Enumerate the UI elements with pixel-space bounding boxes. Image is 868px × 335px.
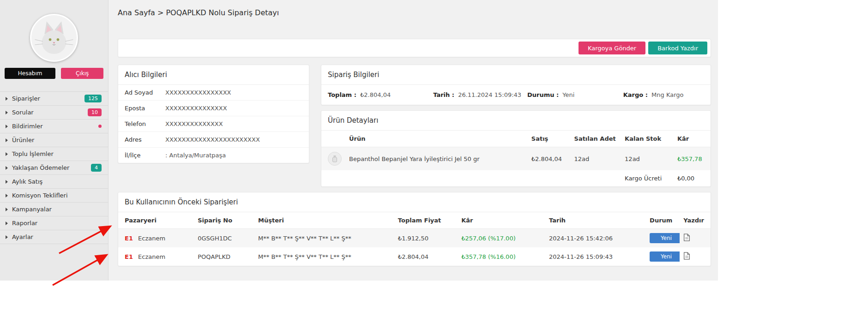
sidebar-item-yaklasan-odemeler[interactable]: Yaklaşan Ödemeler 4 [0, 161, 108, 175]
buyer-info-row: İl/İlçe : Antalya/Muratpaşa [118, 148, 309, 163]
logout-button[interactable]: Çıkış [61, 68, 103, 79]
previous-orders-header: Pazaryeri Sipariş No Müşteri Toplam Fiya… [118, 212, 711, 229]
sidebar-item-label: Kampanyalar [12, 206, 52, 213]
sidebar-item-label: Ayarlar [12, 233, 33, 240]
sidebar-item-siparisler[interactable]: Siparişler 125 [0, 92, 108, 106]
chevron-right-icon [6, 208, 8, 211]
field-label: Toplam : [328, 91, 356, 98]
column-header-pazaryeri: Pazaryeri [118, 212, 194, 229]
date-cell: 2024-11-26 15:42:06 [545, 229, 646, 248]
print-button[interactable] [683, 233, 690, 241]
breadcrumb-current: POQAPLKD Nolu Sipariş Detayı [166, 8, 279, 17]
field-label: İl/İlçe [125, 152, 165, 159]
sidebar-item-urunler[interactable]: Ürünler [0, 133, 108, 147]
product-table: Ürün Satış Satılan Adet Kalan Stok Kâr [321, 131, 711, 186]
print-barcode-button[interactable]: Barkod Yazdır [648, 42, 707, 54]
notification-dot [98, 125, 102, 128]
order-info-title: Sipariş Bilgileri [321, 65, 711, 85]
sidebar-menu: Siparişler 125 Sorular 10 Bildirimler Ür… [0, 91, 108, 244]
column-header-satis: Satış [528, 131, 571, 147]
sidebar-item-label: Yaklaşan Ödemeler [12, 164, 69, 171]
product-tube-icon [332, 155, 338, 162]
field-label: Eposta [125, 105, 165, 112]
account-button[interactable]: Hesabım [5, 68, 55, 79]
order-cargo-field: Kargo : Mng Kargo [623, 91, 704, 98]
column-header-urun: Ürün [321, 131, 528, 147]
column-header-musteri: Müşteri [254, 212, 394, 229]
chevron-right-icon [6, 235, 8, 239]
product-details-card: Ürün Detayları Ürün Satış Satılan Adet K… [321, 110, 711, 187]
product-profit-cell: ₺357,78 [674, 147, 711, 171]
sidebar-item-toplu-islemler[interactable]: Toplu İşlemler [0, 147, 108, 161]
column-header-satilan-adet: Satılan Adet [571, 131, 621, 147]
chevron-right-icon [6, 180, 8, 184]
field-label: Telefon [125, 120, 165, 127]
field-value: XXXXXXXXXXXXXXXX [165, 89, 231, 96]
main-content: Ana Sayfa > POQAPLKD Nolu Sipariş Detayı… [108, 0, 718, 281]
print-cell [680, 229, 711, 248]
column-header-yazdir: Yazdır [680, 212, 711, 229]
sidebar-item-raporlar[interactable]: Raporlar [0, 216, 108, 230]
buyer-info-card: Alıcı Bilgileri Ad Soyad XXXXXXXXXXXXXXX… [118, 65, 309, 163]
action-toolbar: Kargoya Gönder Barkod Yazdır [118, 39, 711, 57]
count-badge: 10 [88, 108, 102, 116]
print-button[interactable] [683, 252, 690, 260]
status-cell: Yeni [646, 229, 680, 248]
sidebar-item-label: Komisyon Teklifleri [12, 192, 68, 199]
ship-to-cargo-button[interactable]: Kargoya Gönder [579, 42, 645, 54]
sidebar-item-label: Toplu İşlemler [12, 150, 54, 157]
breadcrumb-home-link[interactable]: Ana Sayfa [118, 8, 155, 17]
column-header-siparis-no: Sipariş No [194, 212, 254, 229]
order-no-cell: 0GSGH1DC [194, 229, 254, 248]
sidebar-item-kampanyalar[interactable]: Kampanyalar [0, 203, 108, 216]
previous-order-row: E1 Eczanem POQAPLKD M** B** T** Ş** V** … [118, 247, 711, 266]
sidebar-item-ayarlar[interactable]: Ayarlar [0, 230, 108, 244]
marketplace-name: Eczanem [138, 235, 165, 242]
status-button[interactable]: Yeni [650, 233, 680, 243]
field-value: 26.11.2024 15:09:43 [458, 91, 521, 98]
order-no-cell: POQAPLKD [194, 247, 254, 266]
field-label: Adres [125, 136, 165, 143]
field-label: Durumu : [527, 91, 559, 98]
order-date-field: Tarih : 26.11.2024 15:09:43 [433, 91, 527, 98]
chevron-right-icon [6, 152, 8, 156]
date-cell: 2024-11-26 15:09:43 [545, 247, 646, 266]
shipping-fee-value: ₺0,00 [674, 170, 711, 186]
product-stock-cell: 12ad [621, 147, 674, 171]
order-info-fields: Toplam : ₺2.804,04 Tarih : 26.11.2024 15… [321, 85, 711, 105]
marketplace-name: Eczanem [138, 253, 165, 260]
buyer-info-title: Alıcı Bilgileri [118, 65, 309, 85]
field-label: Kargo : [623, 91, 648, 98]
order-status-field: Durumu : Yeni [527, 91, 623, 98]
column-header-kar: Kâr [674, 131, 711, 147]
sidebar-item-sorular[interactable]: Sorular 10 [0, 106, 108, 120]
column-header-durum: Durum [646, 212, 680, 229]
print-icon [683, 233, 690, 241]
count-badge: 125 [84, 95, 102, 102]
product-name-cell: Bepanthol Bepanjel Yara İyileştirici Jel… [321, 147, 528, 171]
field-label: Ad Soyad [125, 89, 165, 96]
print-icon [683, 252, 690, 260]
sidebar-item-label: Sorular [12, 109, 34, 116]
print-cell [680, 247, 711, 266]
sidebar-item-label: Raporlar [12, 220, 37, 227]
status-button[interactable]: Yeni [650, 251, 680, 262]
field-label: Tarih : [433, 91, 454, 98]
sidebar-item-aylik-satis[interactable]: Aylık Satış [0, 175, 108, 189]
previous-orders-table: Pazaryeri Sipariş No Müşteri Toplam Fiya… [118, 212, 711, 266]
status-cell: Yeni [646, 247, 680, 266]
product-sale-cell: ₺2.804,04 [528, 147, 571, 171]
field-value: Yeni [562, 91, 574, 98]
chevron-right-icon [6, 221, 8, 225]
sidebar-item-komisyon-teklifleri[interactable]: Komisyon Teklifleri [0, 189, 108, 203]
chevron-right-icon [6, 125, 8, 128]
customer-cell: M** B** T** Ş** V** T** L** Ş** [254, 247, 394, 266]
shipping-fee-label: Kargo Ücreti [621, 170, 674, 186]
product-details-title: Ürün Detayları [321, 111, 711, 131]
chevron-right-icon [6, 138, 8, 142]
buyer-info-row: Ad Soyad XXXXXXXXXXXXXXXX [118, 85, 309, 101]
buyer-info-row: Eposta XXXXXXXXXXXXXXX [118, 101, 309, 116]
sidebar-item-bildirimler[interactable]: Bildirimler [0, 120, 108, 133]
sidebar-item-label: Ürünler [12, 137, 34, 144]
total-cell: ₺2.804,04 [394, 247, 458, 266]
